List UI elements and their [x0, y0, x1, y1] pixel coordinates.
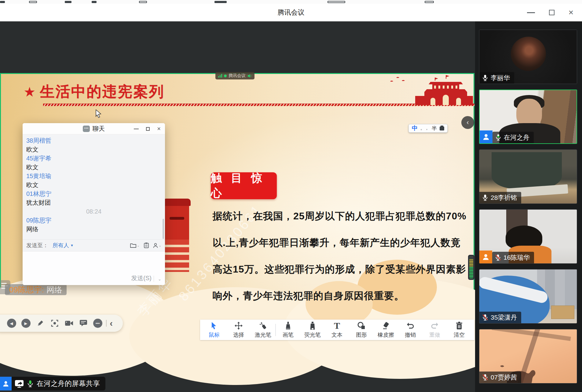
- folder-icon: [130, 243, 136, 248]
- mic-on-icon: [482, 194, 488, 201]
- more-button[interactable]: •••: [90, 319, 105, 328]
- chat-window: ⋯ 聊天 × 38周楷哲 欧文 45谢宇希 欧文 15黄培瑜 欧文 01林思宁 …: [23, 123, 165, 285]
- presenter-toolbar: ◀ ▶ ••• ‹: [0, 315, 123, 332]
- chat-close-button[interactable]: ×: [157, 125, 161, 132]
- ime-toolbox-icon[interactable]: [440, 126, 444, 130]
- announcement-button[interactable]: [144, 243, 149, 248]
- chat-maximize-button[interactable]: [146, 127, 150, 131]
- chat-title: 聊天: [93, 125, 105, 133]
- chat-bubble-icon: [80, 320, 87, 327]
- tool-laser[interactable]: 激光笔: [251, 321, 275, 339]
- chat-sender: 09陈思宇: [26, 216, 161, 225]
- tool-highlighter[interactable]: 荧光笔: [300, 321, 325, 339]
- person-icon: [2, 380, 9, 387]
- maximize-button[interactable]: [549, 10, 555, 15]
- video-tile[interactable]: 16陈瑞华: [479, 209, 577, 264]
- ime-width-mode[interactable]: 半: [432, 125, 437, 132]
- slide-body-line: 以.上,青少年犯罪日渐攀升，每年新产生的少年犯人数竟: [213, 236, 466, 250]
- share-banner-label: 在河之舟的屏幕共享: [12, 377, 105, 390]
- meeting-pill-label: 腾讯会议: [229, 73, 246, 79]
- screenshot-button[interactable]: [47, 320, 62, 327]
- participant-label: 在河之舟: [492, 132, 534, 143]
- volume-meter: [468, 255, 474, 280]
- chat-message-list[interactable]: 38周楷哲 欧文 45谢宇希 欧文 15黄培瑜 欧文 01林思宁 犹太财团 08…: [23, 134, 165, 239]
- cursor-icon: [211, 322, 218, 330]
- participant-label: 35梁潇丹: [479, 312, 521, 323]
- previous-button[interactable]: ◀: [4, 319, 19, 328]
- send-to-selector[interactable]: 所有人: [53, 242, 69, 249]
- undo-icon: [406, 322, 414, 329]
- brush-icon: [285, 321, 291, 330]
- screen-share-banner: 在河之舟的屏幕共享: [0, 377, 105, 390]
- mic-on-icon: [482, 75, 488, 81]
- tool-text[interactable]: T 文本: [325, 321, 349, 339]
- tool-eraser[interactable]: 橡皮擦: [374, 321, 398, 339]
- mouse-cursor: [95, 109, 102, 119]
- close-button[interactable]: ×: [569, 8, 573, 17]
- chat-bubble-icon: ⋯: [83, 126, 90, 132]
- annotation-toolbar: 鼠标 选择 激光笔 画笔 荧光笔 T 文本: [200, 320, 474, 340]
- chat-timestamp: 08:24: [26, 207, 161, 216]
- file-button[interactable]: ⌄: [130, 243, 139, 248]
- video-tile-active-speaker[interactable]: 在河之舟: [479, 90, 577, 144]
- eraser-icon: [382, 322, 390, 330]
- chat-message: 网络: [26, 225, 161, 234]
- send-options-caret[interactable]: ⌄: [158, 277, 161, 281]
- video-tile[interactable]: 李丽华: [479, 30, 577, 84]
- host-badge: [479, 251, 492, 263]
- presenter-badge: [0, 377, 12, 390]
- mic-muted-icon: [482, 374, 488, 381]
- chat-minimize-button[interactable]: [134, 129, 139, 129]
- members-button[interactable]: ⌄: [153, 243, 161, 248]
- chat-message: 欧文: [26, 181, 161, 189]
- tool-undo[interactable]: 撤销: [398, 321, 423, 339]
- chat-sender: 38周楷哲: [26, 136, 161, 145]
- ime-punctuation[interactable]: 。，: [420, 126, 429, 131]
- tool-select[interactable]: 选择: [226, 321, 251, 339]
- tool-brush[interactable]: 画笔: [276, 321, 300, 339]
- pencil-tool-button[interactable]: [33, 320, 47, 327]
- window-title: 腾讯会议: [0, 8, 582, 17]
- tool-redo[interactable]: 重做: [423, 321, 447, 339]
- background-window-strip: [0, 0, 582, 4]
- collapse-toolbar-button[interactable]: ‹: [110, 318, 113, 328]
- send-divider: [154, 276, 154, 282]
- mic-muted-icon: [482, 314, 488, 321]
- highlighter-icon: [309, 321, 316, 330]
- chat-scrollbar[interactable]: [163, 219, 164, 239]
- camera-button[interactable]: [62, 320, 76, 326]
- ime-mode[interactable]: 中: [412, 124, 418, 132]
- chat-bubble-button[interactable]: [76, 320, 90, 327]
- video-tile[interactable]: 28李祈铭: [479, 149, 577, 204]
- app-window: 腾讯会议 × 8613640280661 李丽华 ★ 生活中的违宪案列: [0, 0, 582, 392]
- chat-sender: 45谢宇希: [26, 154, 161, 163]
- screen-share-icon: [15, 380, 24, 388]
- video-tile[interactable]: 35梁潇丹: [479, 269, 577, 324]
- star-icon: ★: [24, 84, 35, 100]
- tiananmen-illustration: [386, 75, 473, 105]
- tool-mouse[interactable]: 鼠标: [202, 321, 226, 339]
- recording-dot-icon: [224, 75, 227, 77]
- mic-muted-icon: [495, 254, 501, 261]
- send-button[interactable]: 发送(S): [131, 274, 152, 282]
- minimize-button[interactable]: [527, 12, 535, 13]
- tool-clear[interactable]: 清空: [447, 321, 471, 339]
- chat-sender: 01林思宁: [26, 189, 161, 198]
- slide-title: ★ 生活中的违宪案列: [24, 82, 164, 101]
- move-icon: [235, 322, 243, 330]
- sidebar-collapse-button[interactable]: ‹: [461, 116, 474, 129]
- chevron-down-icon[interactable]: ▼: [70, 244, 74, 247]
- text-icon: T: [334, 321, 340, 330]
- tool-shapes[interactable]: 图形: [349, 321, 374, 339]
- play-button[interactable]: ▶: [19, 319, 33, 328]
- ime-statusbar[interactable]: 中 。， 半: [408, 124, 448, 133]
- meeting-status-pill[interactable]: 腾讯会议: [215, 72, 254, 79]
- camera-icon: [65, 320, 73, 326]
- slide-body-line: 高达15万。这些犯罪行为的形成，除了受某些外界因素影: [213, 263, 466, 276]
- chat-sendbar: 发送至： 所有人 ▼ ⌄ ⌄: [23, 239, 165, 251]
- participants-sidebar: 李丽华 在河之舟 28李祈铭: [475, 21, 582, 392]
- mic-speaking-icon: [27, 380, 34, 387]
- chat-titlebar[interactable]: ⋯ 聊天 ×: [23, 123, 165, 134]
- chat-message: 欧文: [26, 145, 161, 154]
- video-tile[interactable]: 07贾婷茜: [479, 329, 577, 383]
